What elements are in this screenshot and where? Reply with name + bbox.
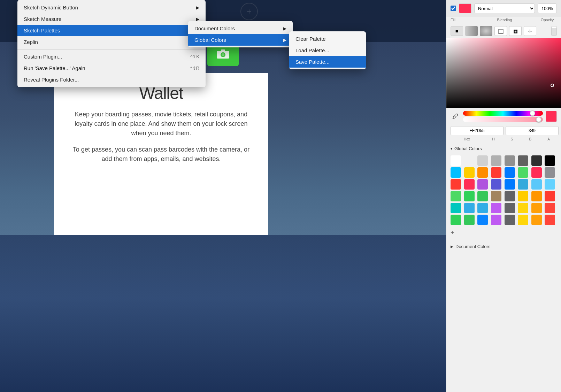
pattern-fill-btn[interactable]: ▦	[509, 26, 522, 36]
angular-gradient-btn[interactable]: ◫	[494, 26, 507, 36]
color-dot-r5-c7[interactable]	[545, 215, 555, 225]
color-dot-r2-c5[interactable]	[518, 179, 528, 190]
color-dot-r1-c1[interactable]	[464, 167, 475, 178]
global-colors-label: Global Colors	[454, 146, 482, 151]
color-dot-r1-c7[interactable]	[545, 167, 555, 178]
color-dot-r3-c0[interactable]	[451, 191, 461, 201]
color-dot-r2-c1[interactable]	[464, 179, 475, 190]
opacity-input[interactable]	[538, 3, 557, 13]
color-dot-r3-c5[interactable]	[518, 191, 528, 201]
menu-item-clear-palette[interactable]: Clear Palette	[289, 33, 366, 45]
color-dot-r5-c4[interactable]	[505, 215, 515, 225]
fill-color-swatch[interactable]	[459, 3, 471, 13]
menu-item-custom-plugin[interactable]: Custom Plugin... ^⇧K	[17, 51, 206, 62]
spectrum-sliders	[463, 111, 543, 122]
color-dot-r3-c7[interactable]	[545, 191, 555, 201]
color-dot-r1-c0[interactable]	[451, 167, 461, 178]
color-dot-r3-c4[interactable]	[505, 191, 515, 201]
color-dot-r2-c4[interactable]	[505, 179, 515, 190]
blending-label: Blending	[474, 18, 535, 22]
color-dot-r0-c4[interactable]	[505, 155, 515, 166]
color-dot-r2-c0[interactable]	[451, 179, 461, 190]
color-dot-r0-c2[interactable]	[477, 155, 488, 166]
solid-fill-btn[interactable]: ■	[451, 26, 463, 36]
color-dot-r0-c0[interactable]	[451, 155, 461, 166]
color-dot-r0-c1[interactable]	[464, 155, 475, 166]
panel-labels-row: Fill Blending Opacity	[446, 17, 561, 24]
a-label: A	[540, 137, 557, 141]
color-dot-r5-c1[interactable]	[464, 215, 475, 225]
color-dot-r3-c6[interactable]	[531, 191, 542, 201]
color-dot-r2-c7[interactable]	[545, 179, 555, 190]
color-dot-r4-c7[interactable]	[545, 203, 555, 213]
color-dot-r4-c0[interactable]	[451, 203, 461, 213]
camera-icon	[216, 47, 230, 61]
saturation-slider[interactable]	[463, 117, 543, 122]
color-dot-r4-c1[interactable]	[464, 203, 475, 213]
color-dot-r5-c0[interactable]	[451, 215, 461, 225]
menu-item-label: Custom Plugin...	[24, 54, 62, 60]
color-dot-r1-c6[interactable]	[531, 167, 542, 178]
plugin-menu-level2: Document Colors ▶ Global Colors ▶	[188, 21, 293, 47]
color-dot-r0-c3[interactable]	[491, 155, 501, 166]
linear-gradient-btn[interactable]	[465, 26, 478, 36]
hex-input[interactable]	[451, 126, 504, 135]
menu-item-sketch-palettes[interactable]: Sketch Palettes ▶	[17, 25, 206, 36]
menu-item-global-colors[interactable]: Global Colors ▶	[188, 34, 293, 46]
color-dot-r1-c5[interactable]	[518, 167, 528, 178]
opacity-label: Opacity	[538, 18, 557, 22]
menu-item-label: Clear Palette	[295, 36, 326, 42]
color-dot-r3-c3[interactable]	[491, 191, 501, 201]
color-gradient-picker[interactable]	[446, 38, 561, 108]
color-dot-r5-c6[interactable]	[531, 215, 542, 225]
menu-item-load-palette[interactable]: Load Palette...	[289, 45, 366, 56]
color-dot-r0-c6[interactable]	[531, 155, 542, 166]
menu-item-save-palette[interactable]: Save Palette...	[289, 56, 366, 68]
menu-item-document-colors[interactable]: Document Colors ▶	[188, 23, 293, 34]
add-color-button[interactable]: +	[446, 226, 561, 239]
color-dot-r4-c3[interactable]	[491, 203, 501, 213]
menu-item-zeplin[interactable]: Zeplin ▶	[17, 36, 206, 48]
color-dot-r5-c2[interactable]	[477, 215, 488, 225]
noise-fill-btn[interactable]: ⊹	[524, 26, 536, 36]
menu-item-label: Document Colors	[194, 25, 235, 31]
global-colors-header[interactable]: ▾ Global Colors	[446, 143, 561, 154]
color-grid	[446, 154, 561, 226]
hue-handle[interactable]	[530, 110, 535, 116]
color-dot-r4-c6[interactable]	[531, 203, 542, 213]
submenu-arrow-icon: ▶	[283, 38, 286, 43]
color-dot-r2-c2[interactable]	[477, 179, 488, 190]
color-dot-r4-c4[interactable]	[505, 203, 515, 213]
color-dot-r1-c2[interactable]	[477, 167, 488, 178]
radial-gradient-btn[interactable]	[480, 26, 492, 36]
color-dot-r1-c4[interactable]	[505, 167, 515, 178]
color-dot-r0-c7[interactable]	[545, 155, 555, 166]
color-dot-r3-c1[interactable]	[464, 191, 475, 201]
plugin-menu-level3: Clear Palette Load Palette... Save Palet…	[289, 31, 366, 69]
color-dot-r2-c6[interactable]	[531, 179, 542, 190]
color-dot-r4-c5[interactable]	[518, 203, 528, 213]
color-input-labels: Hex H S B A	[446, 137, 561, 143]
color-dot-r5-c3[interactable]	[491, 215, 501, 225]
color-dot-r0-c5[interactable]	[518, 155, 528, 166]
menu-item-label: Save Palette...	[295, 59, 330, 65]
h-input[interactable]	[506, 126, 559, 135]
color-dot-r5-c5[interactable]	[518, 215, 528, 225]
fill-checkbox[interactable]	[451, 6, 456, 11]
menu-item-sketch-measure[interactable]: Sketch Measure ▶	[17, 13, 206, 25]
wallet-desc2: To get passes, you can scan pass barcode…	[68, 145, 254, 164]
color-dot-r1-c3[interactable]	[491, 167, 501, 178]
menu-item-run-save-palette[interactable]: Run 'Save Palette...' Again ^⇧R	[17, 62, 206, 74]
saturation-handle[interactable]	[536, 117, 541, 122]
color-dot-r3-c2[interactable]	[477, 191, 488, 201]
menu-item-sketch-dynamic-button[interactable]: Sketch Dynamic Button ▶	[17, 2, 206, 13]
blend-mode-select[interactable]: Normal	[474, 3, 535, 13]
hue-slider[interactable]	[463, 111, 543, 116]
eyedropper-button[interactable]: 🖊	[451, 112, 460, 121]
menu-item-reveal-plugins[interactable]: Reveal Plugins Folder...	[17, 74, 206, 85]
gradient-handle[interactable]	[551, 84, 554, 87]
color-dot-r2-c3[interactable]	[491, 179, 501, 190]
document-colors-section[interactable]: ▶ Document Colors	[446, 241, 561, 252]
color-dot-r4-c2[interactable]	[477, 203, 488, 213]
opacity-mini-slider[interactable]	[551, 26, 557, 36]
